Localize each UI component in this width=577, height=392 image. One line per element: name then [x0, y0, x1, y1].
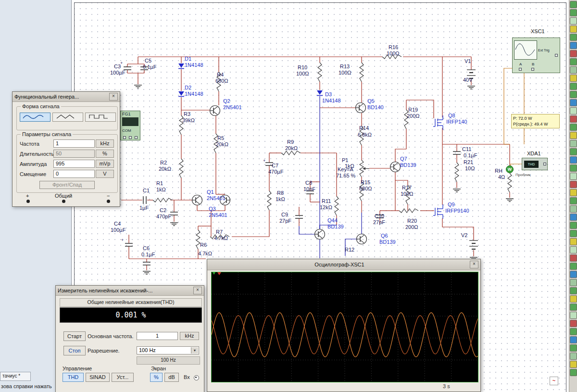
settings-button[interactable]: Уст... [112, 373, 134, 382]
toolbar-icon[interactable] [570, 132, 577, 139]
toolbar-icon[interactable] [570, 197, 577, 204]
close-icon[interactable]: × [109, 93, 118, 101]
offset-unit[interactable]: V [96, 170, 114, 178]
instruments-toolbar[interactable] [569, 0, 577, 392]
toolbar-icon[interactable] [570, 238, 577, 245]
toolbar-icon[interactable] [570, 369, 577, 376]
toolbar-icon[interactable] [570, 336, 577, 343]
toolbar-icon[interactable] [570, 17, 577, 25]
fg-com-terminal[interactable] [129, 136, 132, 139]
toolbar-icon[interactable] [570, 99, 577, 106]
stop-button[interactable]: Стоп [63, 346, 86, 355]
percent-button[interactable]: % [150, 373, 163, 382]
xda1-terminal[interactable] [543, 163, 546, 165]
toolbar-icon[interactable] [570, 344, 577, 352]
da-titlebar[interactable]: Измеритель нелинейных искажений-... × [56, 286, 204, 296]
toolbar-icon[interactable] [570, 50, 577, 57]
resolution-dropdown[interactable]: 100 Hz ▼ [137, 346, 199, 354]
sinad-button[interactable]: SINAD [86, 373, 110, 382]
toolbar-icon[interactable] [570, 42, 577, 49]
frequency-input[interactable]: 1 [53, 139, 95, 148]
oscilloscope-instrument-icon[interactable]: Ext Trig A B [512, 38, 560, 73]
control-group-label: Управление [63, 366, 92, 371]
toolbar-icon[interactable] [570, 254, 577, 262]
common-terminal[interactable] [62, 200, 65, 203]
toolbar-icon[interactable] [570, 303, 577, 311]
toolbar-icon[interactable] [570, 156, 577, 164]
triangle-wave-button[interactable] [52, 113, 83, 122]
toolbar-icon[interactable] [570, 205, 577, 213]
fundamental-input[interactable]: 1 [137, 332, 178, 340]
toolbar-icon[interactable] [570, 58, 577, 65]
toolbar-icon[interactable] [570, 312, 577, 319]
fundamental-unit[interactable]: kHz [180, 332, 199, 340]
close-icon[interactable]: × [193, 287, 202, 294]
toolbar-icon[interactable] [570, 25, 577, 33]
toolbar-icon[interactable] [570, 91, 577, 98]
plus-terminal[interactable] [26, 200, 30, 203]
toolbar-icon[interactable] [570, 263, 577, 270]
toolbar-icon[interactable] [570, 124, 577, 131]
fg-titlebar[interactable]: Функциональный генера... × [13, 92, 120, 102]
db-button[interactable]: dB [164, 373, 179, 382]
toolbar-icon[interactable] [570, 230, 577, 237]
wattmeter-probe-icon[interactable]: W [506, 165, 514, 173]
toolbar-icon[interactable] [570, 148, 577, 155]
distortion-analyzer-dialog[interactable]: Измеритель нелинейных искажений-... × Об… [55, 285, 204, 392]
toolbar-icon[interactable] [570, 181, 577, 188]
offset-input[interactable]: 0 [53, 170, 95, 178]
oscilloscope-window[interactable]: Осциллограф-XSC1 × 3 s [207, 259, 481, 392]
toolbar-icon[interactable] [570, 140, 577, 147]
toolbar-icon[interactable] [570, 164, 577, 172]
toolbar-icon[interactable] [570, 107, 577, 114]
function-generator-instrument-icon[interactable]: FG1 COM [120, 111, 140, 140]
start-button[interactable]: Старт [63, 331, 86, 341]
fg-plus-terminal[interactable] [123, 136, 126, 139]
toolbar-icon[interactable] [570, 246, 577, 253]
thd-header: Общие нелинейные искажения(THD) [60, 298, 202, 307]
channel-a-terminal[interactable] [519, 68, 522, 71]
square-wave-button[interactable] [85, 113, 116, 122]
trigger-marker-red[interactable] [217, 272, 221, 275]
toolbar-icon[interactable] [570, 353, 577, 360]
fg-minus-terminal[interactable] [135, 136, 138, 139]
chevron-down-icon[interactable]: ▼ [191, 347, 198, 354]
duty-input[interactable]: 50 [53, 150, 95, 158]
sine-wave-button[interactable] [20, 113, 50, 122]
amplitude-input[interactable]: 995 [53, 160, 95, 168]
distortion-analyzer-instrument-icon[interactable]: THD [522, 158, 548, 170]
toolbar-icon[interactable] [570, 75, 577, 82]
toolbar-icon[interactable] [570, 1, 577, 8]
toolbar-icon[interactable] [570, 295, 577, 303]
function-generator-dialog[interactable]: Функциональный генера... × Форма сигнала… [12, 91, 120, 207]
toolbar-icon[interactable] [570, 214, 577, 221]
toolbar-icon[interactable] [570, 9, 577, 16]
toolbar-icon[interactable] [570, 279, 577, 286]
amplitude-unit[interactable]: mVp [96, 160, 114, 168]
duty-unit[interactable]: % [96, 150, 114, 158]
trigger-marker-green[interactable] [213, 272, 215, 275]
toolbar-icon[interactable] [570, 271, 577, 278]
input-radio[interactable] [194, 375, 199, 380]
toolbar-icon[interactable] [570, 34, 577, 41]
edge-button[interactable]: Фронт/Спад [39, 181, 95, 189]
toolbar-icon[interactable] [570, 287, 577, 294]
oscilloscope-titlebar[interactable]: Осциллограф-XSC1 × [207, 259, 480, 270]
dock-tab[interactable]: тачиус * [0, 372, 31, 381]
annotation-note-icon[interactable]: ~ [550, 377, 558, 385]
channel-b-terminal[interactable] [531, 68, 534, 71]
close-icon[interactable]: × [470, 261, 478, 268]
minus-terminal[interactable] [107, 200, 110, 203]
toolbar-icon[interactable] [570, 361, 577, 368]
toolbar-icon[interactable] [570, 222, 577, 229]
toolbar-icon[interactable] [570, 115, 577, 123]
toolbar-icon[interactable] [570, 173, 577, 180]
ext-trig-terminal[interactable] [555, 54, 558, 57]
toolbar-icon[interactable] [570, 83, 577, 90]
frequency-unit[interactable]: kHz [96, 139, 114, 148]
toolbar-icon[interactable] [570, 189, 577, 196]
toolbar-icon[interactable] [570, 328, 577, 335]
thd-button[interactable]: THD [63, 373, 84, 382]
toolbar-icon[interactable] [570, 66, 577, 74]
toolbar-icon[interactable] [570, 320, 577, 327]
